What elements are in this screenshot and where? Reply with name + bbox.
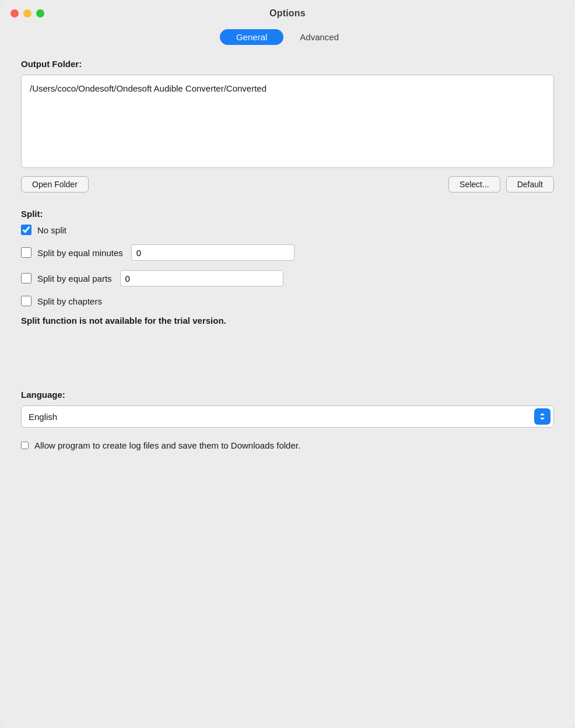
main-content: Output Folder: Open Folder Select... Def… — [0, 53, 575, 468]
split-parts-input[interactable] — [120, 270, 283, 286]
window-controls — [10, 9, 44, 18]
split-minutes-label: Split by equal minutes — [37, 248, 123, 258]
tab-general[interactable]: General — [220, 29, 283, 45]
split-minutes-row: Split by equal minutes — [21, 244, 554, 261]
log-files-row: Allow program to create log files and sa… — [21, 440, 554, 450]
title-bar: Options — [0, 0, 575, 24]
spacer — [21, 343, 554, 378]
output-folder-label: Output Folder: — [21, 59, 554, 69]
log-files-label: Allow program to create log files and sa… — [34, 440, 300, 450]
log-files-checkbox[interactable] — [21, 442, 29, 449]
language-section: Language: English Chinese French German … — [21, 390, 554, 428]
output-folder-input[interactable] — [21, 75, 554, 168]
no-split-label: No split — [37, 225, 66, 235]
trial-notice: Split function is not available for the … — [21, 316, 554, 326]
no-split-checkbox[interactable] — [21, 225, 31, 235]
split-chapters-row: Split by chapters — [21, 296, 554, 306]
open-folder-button[interactable]: Open Folder — [21, 176, 89, 192]
language-select[interactable]: English Chinese French German Japanese K… — [21, 405, 554, 428]
window-title: Options — [269, 8, 306, 19]
split-section: Split: No split Split by equal minutes S… — [21, 209, 554, 326]
split-label: Split: — [21, 209, 554, 219]
split-parts-row: Split by equal parts — [21, 270, 554, 286]
split-minutes-input[interactable] — [131, 244, 294, 261]
right-buttons: Select... Default — [448, 176, 554, 192]
select-button[interactable]: Select... — [448, 176, 500, 192]
close-button[interactable] — [10, 9, 19, 18]
folder-button-row: Open Folder Select... Default — [21, 176, 554, 192]
minimize-button[interactable] — [23, 9, 31, 18]
default-button[interactable]: Default — [506, 176, 554, 192]
tab-advanced[interactable]: Advanced — [283, 29, 355, 45]
language-label: Language: — [21, 390, 554, 400]
split-minutes-checkbox[interactable] — [21, 247, 31, 258]
tab-bar: General Advanced — [0, 24, 575, 53]
split-chapters-checkbox[interactable] — [21, 296, 31, 306]
language-select-wrapper: English Chinese French German Japanese K… — [21, 405, 554, 428]
split-parts-label: Split by equal parts — [37, 274, 112, 284]
no-split-row: No split — [21, 225, 554, 235]
split-parts-checkbox[interactable] — [21, 273, 31, 284]
maximize-button[interactable] — [36, 9, 44, 18]
split-chapters-label: Split by chapters — [37, 296, 102, 306]
options-window: Options General Advanced Output Folder: … — [0, 0, 575, 728]
